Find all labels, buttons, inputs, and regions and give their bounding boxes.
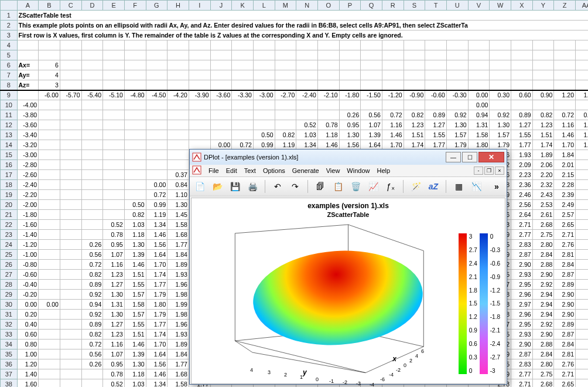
cell[interactable]: 1.84 bbox=[554, 150, 576, 160]
cell[interactable]: 1.51 bbox=[124, 270, 146, 280]
cell[interactable]: 1.57 bbox=[490, 130, 511, 140]
col-header[interactable]: Z bbox=[554, 1, 576, 11]
cell[interactable] bbox=[361, 70, 382, 80]
cell[interactable] bbox=[361, 80, 382, 90]
col-header[interactable]: Y bbox=[532, 1, 554, 11]
copy-icon[interactable]: 🗐 bbox=[313, 179, 328, 194]
row-header[interactable]: 18 bbox=[1, 180, 18, 190]
cell[interactable]: -2.40 bbox=[17, 180, 39, 190]
cell[interactable]: 1.68 bbox=[167, 369, 189, 379]
cell[interactable]: 2.92 bbox=[532, 280, 554, 290]
overflow-icon[interactable]: » bbox=[489, 179, 504, 194]
minimize-button[interactable]: — bbox=[446, 152, 461, 162]
cell[interactable] bbox=[124, 100, 146, 110]
cell[interactable] bbox=[146, 80, 167, 90]
cell[interactable]: 1.70 bbox=[382, 140, 404, 150]
cell[interactable]: 1.79 bbox=[446, 140, 468, 150]
cell[interactable] bbox=[253, 80, 275, 90]
cell[interactable] bbox=[361, 40, 382, 50]
cell[interactable] bbox=[490, 60, 511, 70]
row-header[interactable]: 15 bbox=[1, 150, 18, 160]
cell[interactable] bbox=[232, 50, 254, 60]
cell[interactable] bbox=[425, 80, 447, 90]
cell[interactable]: 2.95 bbox=[511, 320, 532, 330]
print-icon[interactable]: 🖨️ bbox=[245, 179, 260, 194]
cell[interactable]: 2.83 bbox=[511, 359, 532, 369]
cell[interactable] bbox=[210, 50, 232, 60]
cell[interactable] bbox=[576, 200, 589, 210]
cell[interactable] bbox=[576, 260, 589, 270]
cell[interactable] bbox=[81, 130, 103, 140]
cell[interactable]: 1.56 bbox=[146, 359, 167, 369]
cell[interactable] bbox=[576, 180, 589, 190]
cell[interactable] bbox=[232, 60, 254, 70]
cell[interactable] bbox=[60, 359, 81, 369]
cell[interactable]: 2.88 bbox=[532, 340, 554, 349]
cell[interactable]: 2.36 bbox=[511, 180, 532, 190]
cell[interactable]: 0.00 bbox=[468, 90, 490, 100]
row-header[interactable]: 3 bbox=[1, 30, 18, 40]
menu-window[interactable]: Window bbox=[347, 167, 370, 174]
cell[interactable] bbox=[404, 40, 425, 50]
cell[interactable] bbox=[490, 100, 511, 110]
cell[interactable]: 1.20 bbox=[17, 359, 39, 369]
row-header[interactable]: 2 bbox=[1, 21, 18, 30]
cell[interactable] bbox=[39, 160, 60, 170]
cell[interactable]: 2.92 bbox=[532, 320, 554, 330]
col-header[interactable]: X bbox=[511, 1, 532, 11]
cell[interactable]: -2.10 bbox=[317, 90, 339, 100]
cell[interactable]: 2.96 bbox=[511, 290, 532, 300]
cell[interactable] bbox=[339, 80, 361, 90]
cell[interactable]: 0.56 bbox=[81, 349, 103, 359]
cell[interactable] bbox=[576, 230, 589, 240]
col-header[interactable]: K bbox=[232, 1, 254, 11]
cell[interactable] bbox=[60, 369, 81, 379]
cell[interactable]: 0.00 bbox=[210, 140, 232, 150]
cell[interactable]: 1.55 bbox=[511, 130, 532, 140]
cell[interactable]: 2.88 bbox=[532, 260, 554, 270]
cell[interactable] bbox=[81, 180, 103, 190]
cell[interactable]: 2.90 bbox=[554, 310, 576, 320]
cell[interactable]: 0.82 bbox=[532, 110, 554, 120]
close-button[interactable]: ✕ bbox=[478, 152, 504, 162]
cell[interactable] bbox=[146, 140, 167, 150]
cell[interactable] bbox=[146, 70, 167, 80]
cell[interactable]: 1.93 bbox=[167, 330, 189, 340]
cell[interactable]: 1.55 bbox=[425, 130, 447, 140]
cell[interactable] bbox=[382, 80, 404, 90]
cell[interactable] bbox=[60, 100, 81, 110]
cell[interactable] bbox=[511, 40, 532, 50]
cell[interactable] bbox=[103, 190, 125, 200]
cell[interactable] bbox=[103, 140, 125, 150]
cell[interactable] bbox=[468, 80, 490, 90]
cell[interactable] bbox=[317, 40, 339, 50]
cell[interactable] bbox=[17, 40, 39, 50]
cell[interactable] bbox=[39, 359, 60, 369]
cell[interactable] bbox=[39, 140, 60, 150]
cell[interactable] bbox=[446, 70, 468, 80]
cell[interactable]: -0.60 bbox=[17, 270, 39, 280]
cell[interactable]: 0.78 bbox=[317, 120, 339, 130]
cell[interactable] bbox=[146, 120, 167, 130]
row-header[interactable]: 26 bbox=[1, 260, 18, 270]
cell[interactable] bbox=[60, 200, 81, 210]
cell[interactable] bbox=[253, 40, 275, 50]
cell[interactable] bbox=[17, 50, 39, 60]
cell[interactable] bbox=[425, 40, 447, 50]
cell[interactable]: 2.84 bbox=[532, 349, 554, 359]
cell[interactable]: 1.16 bbox=[103, 260, 125, 270]
cell[interactable]: 2.90 bbox=[532, 270, 554, 280]
cell[interactable]: 0.50 bbox=[253, 130, 275, 140]
cell[interactable] bbox=[39, 220, 60, 230]
cell[interactable] bbox=[275, 100, 296, 110]
cell[interactable]: 0.52 bbox=[296, 120, 318, 130]
cell[interactable] bbox=[404, 60, 425, 70]
cell[interactable]: ZScatterTable test bbox=[17, 11, 588, 21]
cell[interactable]: 2.09 bbox=[511, 160, 532, 170]
cell[interactable] bbox=[253, 70, 275, 80]
cell[interactable]: 2.46 bbox=[511, 190, 532, 200]
cell[interactable]: -1.80 bbox=[339, 90, 361, 100]
cell[interactable] bbox=[39, 240, 60, 250]
col-header[interactable]: R bbox=[382, 1, 404, 11]
cell[interactable] bbox=[103, 40, 125, 50]
